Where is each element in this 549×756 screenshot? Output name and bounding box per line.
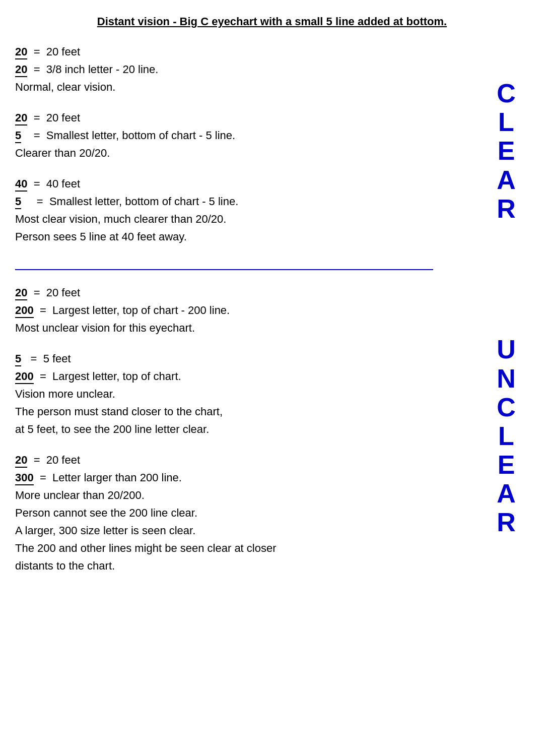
- section-20-300: 20 = 20 feet 300 = Letter larger than 20…: [15, 452, 484, 574]
- section-20-300-line7: distants to the chart.: [15, 557, 484, 574]
- clear-content: 20 = 20 feet 20 = 3/8 inch letter - 20 l…: [15, 43, 484, 259]
- clear-section-wrapper: 20 = 20 feet 20 = 3/8 inch letter - 20 l…: [15, 43, 529, 259]
- section-5-200-line5: at 5 feet, to see the 200 line letter cl…: [15, 421, 484, 437]
- section-40-5-line1: 40 = 40 feet: [15, 175, 484, 192]
- section-20-5: 20 = 20 feet 5 = Smallest letter, bottom…: [15, 109, 484, 161]
- clear-side-label: C L E A R: [484, 43, 529, 259]
- section-40-5-line2: 5 = Smallest letter, bottom of chart - 5…: [15, 193, 484, 210]
- section-40-5-line4: Person sees 5 line at 40 feet away.: [15, 228, 484, 245]
- section-40-5: 40 = 40 feet 5 = Smallest letter, bottom…: [15, 175, 484, 245]
- section-20-300-line5: A larger, 300 size letter is seen clear.: [15, 522, 484, 539]
- section-20-300-line6: The 200 and other lines might be seen cl…: [15, 540, 484, 556]
- page-title: Distant vision - Big C eyechart with a s…: [15, 15, 529, 28]
- section-20-200: 20 = 20 feet 200 = Largest letter, top o…: [15, 284, 484, 336]
- section-20-20: 20 = 20 feet 20 = 3/8 inch letter - 20 l…: [15, 43, 484, 95]
- section-divider: [15, 269, 433, 270]
- unclear-content: 20 = 20 feet 200 = Largest letter, top o…: [15, 284, 484, 588]
- unclear-section-wrapper: 20 = 20 feet 200 = Largest letter, top o…: [15, 284, 529, 588]
- section-20-200-line3: Most unclear vision for this eyechart.: [15, 320, 484, 336]
- section-20-20-line2: 20 = 3/8 inch letter - 20 line.: [15, 61, 484, 78]
- section-5-200: 5 = 5 feet 200 = Largest letter, top of …: [15, 350, 484, 437]
- section-20-20-line1: 20 = 20 feet: [15, 43, 484, 60]
- section-20-300-line1: 20 = 20 feet: [15, 452, 484, 468]
- section-20-5-line2: 5 = Smallest letter, bottom of chart - 5…: [15, 127, 484, 144]
- section-5-200-line3: Vision more unclear.: [15, 386, 484, 402]
- section-20-300-line4: Person cannot see the 200 line clear.: [15, 505, 484, 521]
- section-20-5-line1: 20 = 20 feet: [15, 109, 484, 126]
- section-5-200-line1: 5 = 5 feet: [15, 350, 484, 367]
- unclear-side-label: U N C L E A R: [484, 284, 529, 588]
- section-40-5-line3: Most clear vision, much clearer than 20/…: [15, 211, 484, 227]
- section-20-20-line3: Normal, clear vision.: [15, 79, 484, 95]
- section-5-200-line2: 200 = Largest letter, top of chart.: [15, 368, 484, 385]
- section-5-200-line4: The person must stand closer to the char…: [15, 403, 484, 420]
- section-20-200-line2: 200 = Largest letter, top of chart - 200…: [15, 302, 484, 319]
- page-container: Distant vision - Big C eyechart with a s…: [15, 15, 529, 588]
- section-20-200-line1: 20 = 20 feet: [15, 284, 484, 301]
- section-20-300-line3: More unclear than 20/200.: [15, 487, 484, 503]
- section-20-300-line2: 300 = Letter larger than 200 line.: [15, 469, 484, 486]
- section-20-5-line3: Clearer than 20/20.: [15, 145, 484, 161]
